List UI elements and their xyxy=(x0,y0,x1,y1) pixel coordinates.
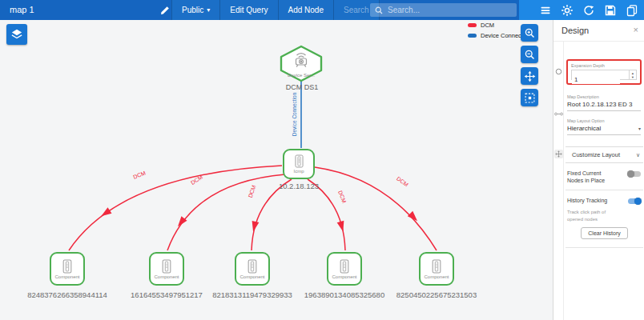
dcm-edge-label: DCM xyxy=(396,175,409,187)
zoom-out-button[interactable] xyxy=(521,46,538,63)
server-icon xyxy=(62,259,73,274)
node-component[interactable]: Component xyxy=(149,252,184,286)
clear-history-button[interactable]: Clear History xyxy=(581,227,627,239)
fit-view-button[interactable] xyxy=(521,89,538,106)
node-component[interactable]: Component xyxy=(419,252,454,286)
design-panel-content: Expansion Depth ▴ ▾ Map Description Root… xyxy=(566,42,643,248)
map-description-input[interactable]: Root 10.2.18.123 ED 3 xyxy=(567,99,641,111)
design-panel-header: Design × xyxy=(553,20,644,42)
top-navigation-bar: map 1 Public ▾ Edit Query Add Node Searc… xyxy=(0,0,644,20)
history-tracking-row: History Tracking xyxy=(567,197,641,204)
server-icon xyxy=(161,259,172,274)
map-layout-field: Map Layout Option Hierarchical ▾ xyxy=(567,118,641,135)
dcm-edge[interactable] xyxy=(315,167,437,250)
node-component[interactable]: Component xyxy=(235,252,270,286)
fixed-nodes-row: Fixed Current Nodes in Place xyxy=(567,170,641,185)
node-type-label: Icmp xyxy=(293,169,304,174)
close-icon[interactable]: × xyxy=(634,25,638,34)
move-icon xyxy=(555,150,562,158)
pan-button[interactable] xyxy=(521,67,538,85)
menu-item-edit-query[interactable]: Edit Query xyxy=(220,0,278,20)
gear-icon[interactable] xyxy=(561,4,574,17)
number-spinner: ▴ ▾ xyxy=(629,70,636,79)
node-name-label: 8248376266358944114 xyxy=(27,290,107,299)
node-name-label: 10.2.18.123 xyxy=(279,182,319,190)
dcm-edge[interactable] xyxy=(69,166,282,250)
zoom-in-icon xyxy=(524,27,536,39)
node-icmp[interactable]: Icmp xyxy=(283,149,315,179)
map-title: map 1 xyxy=(10,0,34,20)
dcm-edge-label: DCM xyxy=(248,184,257,198)
copy-icon[interactable] xyxy=(626,4,638,17)
fixed-nodes-label: Fixed Current Nodes in Place xyxy=(567,170,617,185)
device-connection-swatch xyxy=(468,34,477,38)
map-canvas[interactable]: DCM Device Connection Device Connection xyxy=(0,20,553,320)
dcm-swatch xyxy=(468,23,477,27)
dcm-arrowhead xyxy=(99,207,112,219)
edit-map-name-icon[interactable] xyxy=(159,4,171,16)
divider xyxy=(566,190,643,190)
layers-button[interactable] xyxy=(6,24,27,45)
panel-tool-strip xyxy=(553,42,564,320)
panel-title: Design xyxy=(561,26,589,35)
dcm-arrowhead xyxy=(337,221,347,233)
spinner-down-icon[interactable]: ▾ xyxy=(632,75,634,79)
node-name-label: 1963890134085325680 xyxy=(304,290,384,299)
list-icon[interactable] xyxy=(539,4,552,17)
node-name-label: 8250450225675231503 xyxy=(396,290,477,299)
refresh-icon[interactable] xyxy=(582,4,595,17)
node-component[interactable]: Component xyxy=(327,252,362,286)
dcm-arrowhead xyxy=(408,211,421,224)
circle-icon xyxy=(555,68,562,75)
server-icon xyxy=(247,259,258,274)
node-component[interactable]: Component xyxy=(50,252,85,286)
fixed-nodes-toggle[interactable] xyxy=(628,171,641,177)
dcm-edge[interactable] xyxy=(167,174,285,250)
menu-item-add-node[interactable]: Add Node xyxy=(279,0,334,20)
node-style-tab[interactable] xyxy=(554,67,563,76)
history-tracking-toggle[interactable] xyxy=(628,198,641,204)
history-tracking-hint: Track click path of opened nodes xyxy=(567,209,618,222)
expansion-depth-field: ▴ ▾ xyxy=(571,70,637,80)
topbar-actions xyxy=(519,0,644,20)
design-panel: Design × Expa xyxy=(553,20,644,320)
node-name-label: DCM DS1 xyxy=(286,83,319,91)
expansion-depth-label: Expansion Depth xyxy=(571,63,637,68)
search-input[interactable] xyxy=(388,6,500,14)
dcm-edge-label: DCM xyxy=(337,190,348,204)
expansion-depth-highlight: Expansion Depth ▴ ▾ xyxy=(566,59,642,85)
chevron-down-icon: ∨ xyxy=(636,152,640,158)
layers-icon xyxy=(10,27,24,42)
node-type-label: Device Ser... xyxy=(288,73,315,78)
search-icon xyxy=(375,6,383,14)
customize-layout-section[interactable]: Customize Layout ∨ xyxy=(566,146,643,163)
divider xyxy=(566,247,643,248)
edge-style-tab[interactable] xyxy=(554,110,563,118)
map-description-field: Map Description Root 10.2.18.123 ED 3 xyxy=(567,94,641,111)
search-box xyxy=(370,3,517,17)
chevron-down-icon: ▾ xyxy=(207,0,210,20)
zoom-out-icon xyxy=(524,49,536,61)
menu-item-public[interactable]: Public ▾ xyxy=(171,0,220,20)
link-icon xyxy=(554,111,563,117)
select-arrow-icon: ▾ xyxy=(638,126,641,131)
zoom-in-button[interactable] xyxy=(521,24,538,42)
pan-move-icon xyxy=(524,70,536,82)
server-icon xyxy=(339,259,350,274)
server-icon xyxy=(431,259,442,274)
node-name-label: 16164553497951217 xyxy=(131,290,203,299)
fit-view-icon xyxy=(524,92,536,104)
history-tracking-label: History Tracking xyxy=(567,197,617,204)
server-icon xyxy=(294,154,304,168)
expansion-depth-input[interactable] xyxy=(572,75,620,84)
dcm-edge-label: DCM xyxy=(190,174,203,186)
node-name-label: 8218313119479329933 xyxy=(212,290,292,299)
canvas-toolbar xyxy=(521,24,538,110)
layout-tab[interactable] xyxy=(554,150,563,158)
save-icon[interactable] xyxy=(604,4,617,17)
map-layout-select[interactable]: Hierarchical ▾ xyxy=(567,123,641,135)
node-device-server[interactable]: Device Ser... xyxy=(281,46,321,81)
dcm-edge-label: DCM xyxy=(132,170,147,180)
topbar-menu: Public ▾ Edit Query Add Node Search xyxy=(171,0,380,20)
device-connection-edge-label: Device Connection xyxy=(292,92,297,136)
